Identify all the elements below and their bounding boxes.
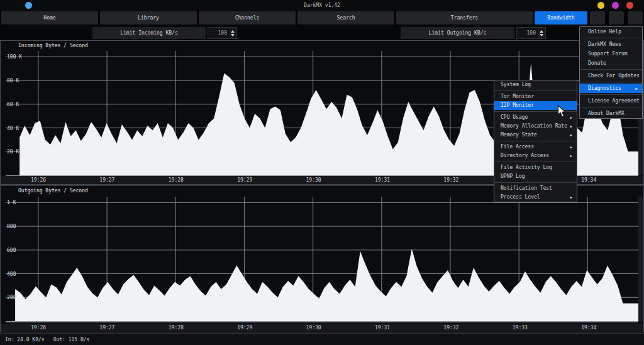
limit-outgoing-spinner[interactable]: 100 — [516, 27, 546, 39]
diagnostics-submenu-item-memory-allocation-rate[interactable]: Memory Allocation Rate▶ — [494, 122, 577, 131]
outgoing-x-tick-label: 19:33 — [513, 325, 528, 331]
menu-item-label: UPNP Log — [501, 172, 525, 181]
menu-item-label: System Log — [501, 80, 531, 89]
spin-down-button[interactable] — [231, 34, 235, 36]
outgoing-chart-scrollbar[interactable] — [638, 197, 643, 321]
incoming-y-tick-label: 100 K — [7, 54, 22, 60]
blank-tab-button-2[interactable] — [609, 11, 624, 25]
spin-down-button[interactable] — [540, 34, 543, 36]
limit-bar: Limit Incoming KB/s 100 Limit Outgoing K… — [0, 25, 644, 40]
help-menu-item-diagnostics[interactable]: Diagnostics▶ — [580, 84, 642, 93]
incoming-x-tick-label: 19:28 — [169, 177, 184, 183]
tab-home[interactable]: Home — [1, 11, 98, 25]
tab-bar: HomeLibraryChannelsSearchTransfersBandwi… — [0, 11, 644, 25]
menu-item-label: About DarkMX — [588, 109, 625, 118]
outgoing-x-tick-label: 19:32 — [443, 325, 458, 331]
diagnostics-submenu-item-notification-test[interactable]: Notification Test — [494, 184, 577, 193]
limit-outgoing-label: Limit Outgoing KB/s — [429, 30, 487, 36]
diagnostics-submenu-separator — [494, 182, 577, 183]
diagnostics-submenu-item-upnp-log[interactable]: UPNP Log — [494, 172, 577, 181]
limit-outgoing-value[interactable]: 100 — [517, 30, 538, 36]
help-menu-item-support-forum[interactable]: Support Forum — [580, 49, 642, 58]
tab-channels[interactable]: Channels — [199, 11, 296, 25]
incoming-y-tick-label: 40 K — [7, 125, 19, 131]
outgoing-y-tick-label: 400 — [7, 271, 16, 277]
help-menu-separator — [580, 94, 642, 95]
incoming-x-tick-label: 19:30 — [306, 177, 321, 183]
diagnostics-submenu-item-directory-access[interactable]: Directory Access▶ — [494, 151, 577, 160]
titlebar: DarkMX v1.42 — [0, 0, 644, 11]
mouse-cursor-icon — [557, 105, 567, 118]
tab-transfers[interactable]: Transfers — [396, 11, 533, 25]
incoming-x-tick-label: 19:31 — [375, 177, 390, 183]
menu-item-label: Memory State — [501, 131, 537, 140]
limit-incoming-value[interactable]: 100 — [208, 30, 229, 36]
menu-item-label: Directory Access — [501, 151, 549, 160]
limit-incoming-spinner[interactable]: 100 — [208, 27, 237, 39]
window-title: DarkMX v1.42 — [0, 3, 644, 8]
incoming-y-tick-label: 80 K — [7, 78, 19, 84]
incoming-y-tick-label: 60 K — [7, 101, 19, 107]
diagnostics-submenu-item-process-level[interactable]: Process Level▶ — [494, 193, 577, 202]
submenu-arrow-icon: ▶ — [570, 122, 577, 131]
diagnostics-submenu-item-file-access[interactable]: File Access▶ — [494, 143, 577, 151]
outgoing-x-tick-label: 19:34 — [581, 325, 596, 331]
incoming-y-tick-label: 20 K — [7, 149, 19, 155]
limit-incoming-label: Limit Incoming KB/s — [120, 30, 178, 36]
help-menu-item-about-darkmx[interactable]: About DarkMX — [580, 109, 642, 118]
submenu-arrow-icon: ▶ — [570, 151, 577, 160]
limit-incoming-button[interactable]: Limit Incoming KB/s — [92, 27, 206, 39]
help-menu-item-donate[interactable]: Donate — [580, 58, 642, 68]
menu-item-label: Process Level — [501, 193, 540, 202]
help-menu: Online HelpDarkMX NewsSupport ForumDonat… — [579, 26, 643, 119]
help-menu-separator — [580, 69, 642, 70]
tab-library[interactable]: Library — [100, 11, 197, 25]
incoming-chart-title: Incoming Bytes / Second — [18, 43, 88, 48]
help-menu-separator — [580, 38, 642, 38]
diagnostics-submenu-item-tor-monitor[interactable]: Tor Monitor — [494, 92, 577, 101]
incoming-x-tick-label: 19:32 — [443, 177, 458, 183]
window-button-magenta[interactable] — [612, 2, 619, 9]
help-menu-item-online-help[interactable]: Online Help — [580, 27, 642, 36]
menu-item-label: File Activity Log — [501, 163, 552, 172]
tab-search[interactable]: Search — [297, 11, 394, 25]
diagnostics-submenu-item-memory-state[interactable]: Memory State▶ — [494, 131, 577, 140]
outgoing-x-tick-label: 19:29 — [237, 325, 252, 331]
outgoing-x-tick-label: 19:28 — [169, 325, 184, 331]
submenu-arrow-icon: ▶ — [570, 143, 577, 151]
help-menu-separator — [580, 82, 642, 82]
help-menu-item-darkmx-news[interactable]: DarkMX News — [580, 40, 642, 49]
outgoing-chart-x-axis: 19:2619:2719:2819:2919:3019:3119:3219:33… — [1, 324, 643, 332]
app-window: DarkMX v1.42 HomeLibraryChannelsSearchTr… — [0, 0, 644, 345]
outgoing-chart-title: Outgoing Bytes / Second — [18, 188, 88, 194]
outgoing-y-tick-label: 1 K — [7, 200, 16, 205]
incoming-x-tick-label: 19:26 — [31, 177, 46, 183]
outgoing-chart-panel: Outgoing Bytes / Second 1 K800600400200 … — [0, 185, 644, 332]
diagnostics-submenu-separator — [494, 90, 577, 91]
window-button-yellow[interactable] — [597, 2, 604, 9]
diagnostics-submenu-separator — [494, 141, 577, 141]
spin-up-button[interactable] — [540, 30, 543, 33]
outgoing-y-tick-label: 200 — [7, 295, 16, 300]
spin-up-button[interactable] — [231, 30, 235, 33]
menu-item-label: Tor Monitor — [501, 92, 534, 101]
menu-item-label: Memory Allocation Rate — [501, 122, 567, 131]
limit-outgoing-button[interactable]: Limit Outgoing KB/s — [401, 27, 514, 39]
menu-item-label: Support Forum — [588, 49, 628, 58]
diagnostics-submenu-item-file-activity-log[interactable]: File Activity Log — [494, 163, 577, 172]
outgoing-y-tick-label: 600 — [7, 247, 16, 253]
help-menu-item-license-agreement[interactable]: License Agreement — [580, 96, 642, 106]
menu-item-label: File Access — [501, 143, 534, 151]
incoming-x-tick-label: 19:34 — [581, 177, 596, 183]
blank-tab-button-1[interactable] — [590, 11, 605, 25]
outgoing-y-tick-label: 800 — [7, 224, 16, 229]
outgoing-area-chart — [6, 197, 638, 321]
tab-bandwidth[interactable]: Bandwidth — [535, 11, 587, 25]
help-menu-item-check-for-updates[interactable]: Check For Updates — [580, 71, 642, 80]
diagnostics-submenu-item-system-log[interactable]: System Log — [494, 80, 577, 89]
menu-item-label: License Agreement — [588, 96, 640, 106]
blank-tab-button-3[interactable] — [628, 11, 643, 25]
incoming-x-tick-label: 19:29 — [237, 177, 252, 183]
outgoing-x-tick-label: 19:27 — [99, 325, 114, 331]
window-button-red[interactable] — [626, 2, 633, 9]
